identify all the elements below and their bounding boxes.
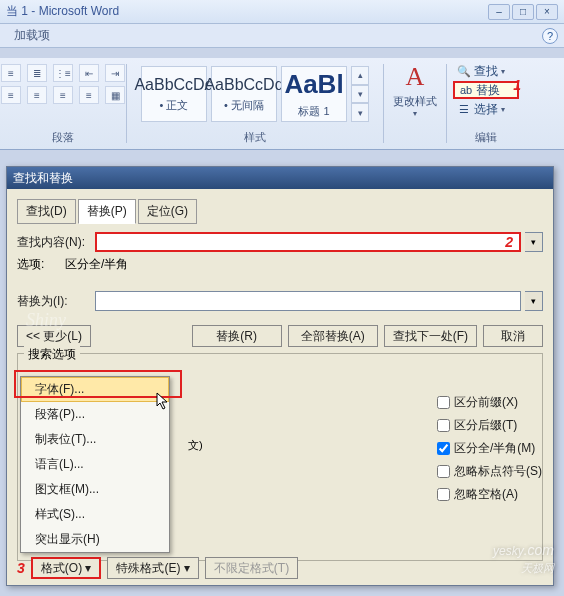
- group-change-style: A 更改样式 ▾: [384, 58, 446, 149]
- format-button[interactable]: 格式(O) ▾: [31, 557, 102, 579]
- align-right-icon[interactable]: ≡: [53, 86, 73, 104]
- group-paragraph: ≡ ≣ ⋮≡ ⇤ ⇥ ≡ ≡ ≡ ≡ ▦ 段落: [0, 58, 126, 149]
- check-fullhalf[interactable]: 区分全/半角(M): [437, 440, 542, 457]
- chevron-down-icon: ▾: [501, 105, 505, 114]
- dialog-title: 查找和替换: [7, 167, 553, 189]
- check-punct[interactable]: 忽略标点符号(S): [437, 463, 542, 480]
- tab-goto[interactable]: 定位(G): [138, 199, 197, 224]
- group-styles-label: 样式: [133, 130, 377, 147]
- find-input[interactable]: 2: [95, 232, 521, 252]
- style-nospacing[interactable]: AaBbCcDd • 无间隔: [211, 66, 277, 122]
- replace-button[interactable]: ab 替换: [453, 81, 519, 99]
- replace-dropdown[interactable]: ▾: [525, 291, 543, 311]
- replace-all-button[interactable]: 全部替换(A): [288, 325, 378, 347]
- window-titlebar: 当 1 - Microsoft Word – □ ×: [0, 0, 564, 24]
- chevron-down-icon: ▾: [501, 67, 505, 76]
- annotation-2: 2: [505, 234, 513, 250]
- menu-tabs[interactable]: 制表位(T)...: [21, 427, 169, 452]
- annotation-1: 1: [513, 77, 521, 93]
- help-icon[interactable]: ?: [542, 28, 558, 44]
- chevron-down-icon: ▾: [184, 561, 190, 575]
- change-style-icon: A: [406, 62, 425, 92]
- style-normal[interactable]: AaBbCcDd • 正文: [141, 66, 207, 122]
- shading-icon[interactable]: ▦: [105, 86, 125, 104]
- change-style-button[interactable]: A 更改样式 ▾: [391, 62, 439, 118]
- menu-highlight[interactable]: 突出显示(H): [21, 527, 169, 552]
- ribbon: ≡ ≣ ⋮≡ ⇤ ⇥ ≡ ≡ ≡ ≡ ▦ 段落 AaBbCcDd • 正文: [0, 58, 564, 150]
- find-label: 查找内容(N):: [17, 234, 91, 251]
- list-icon[interactable]: ≡: [1, 64, 21, 82]
- find-icon: 🔍: [457, 65, 471, 78]
- noformat-button[interactable]: 不限定格式(T): [205, 557, 298, 579]
- indent-inc-icon[interactable]: ⇥: [105, 64, 125, 82]
- tab-find[interactable]: 查找(D): [17, 199, 76, 224]
- options-label: 选项:: [17, 256, 65, 273]
- check-suffix[interactable]: 区分后缀(T): [437, 417, 542, 434]
- find-next-button[interactable]: 查找下一处(F): [384, 325, 477, 347]
- bottom-buttons: 3 格式(O) ▾ 特殊格式(E) ▾ 不限定格式(T): [17, 557, 298, 579]
- find-button[interactable]: 🔍 查找 ▾: [453, 62, 519, 80]
- watermark-shiny: Shiny: [26, 310, 66, 331]
- replace-one-button[interactable]: 替换(R): [192, 325, 282, 347]
- menu-language[interactable]: 语言(L)...: [21, 452, 169, 477]
- minimize-button[interactable]: –: [488, 4, 510, 20]
- group-paragraph-label: 段落: [6, 130, 120, 147]
- options-value: 区分全/半角: [65, 256, 128, 273]
- special-button[interactable]: 特殊格式(E) ▾: [107, 557, 198, 579]
- menu-font[interactable]: 字体(F)...: [21, 377, 169, 402]
- menu-paragraph[interactable]: 段落(P)...: [21, 402, 169, 427]
- indent-dec-icon[interactable]: ⇤: [79, 64, 99, 82]
- chevron-down-icon: ▾: [85, 561, 91, 575]
- check-space[interactable]: 忽略空格(A): [437, 486, 542, 503]
- style-down-icon[interactable]: ▾: [351, 85, 369, 104]
- search-checkboxes: 区分前缀(X) 区分后缀(T) 区分全/半角(M) 忽略标点符号(S) 忽略空格…: [437, 394, 542, 503]
- paragraph-icons: ≡ ≣ ⋮≡ ⇤ ⇥ ≡ ≡ ≡ ≡ ▦: [1, 62, 125, 104]
- close-button[interactable]: ×: [536, 4, 558, 20]
- replace-input[interactable]: [95, 291, 521, 311]
- multilist-icon[interactable]: ⋮≡: [53, 64, 73, 82]
- align-center-icon[interactable]: ≡: [27, 86, 47, 104]
- chevron-down-icon: ▾: [413, 109, 417, 118]
- find-row: 查找内容(N): 2 ▾: [17, 232, 543, 252]
- style-more[interactable]: ▴ ▾ ▾: [351, 66, 369, 122]
- style-expand-icon[interactable]: ▾: [351, 103, 369, 122]
- replace-label: 替换为(I):: [17, 293, 91, 310]
- replace-icon: ab: [459, 84, 473, 96]
- tab-replace[interactable]: 替换(P): [78, 199, 136, 224]
- check-prefix[interactable]: 区分前缀(X): [437, 394, 542, 411]
- style-up-icon[interactable]: ▴: [351, 66, 369, 85]
- annotation-3: 3: [17, 560, 25, 576]
- menu-style[interactable]: 样式(S)...: [21, 502, 169, 527]
- select-button[interactable]: ☰ 选择 ▾: [453, 100, 519, 118]
- cancel-button[interactable]: 取消: [483, 325, 543, 347]
- dialog-buttons: << 更少(L) 替换(R) 全部替换(A) 查找下一处(F) 取消: [17, 325, 543, 347]
- align-left-icon[interactable]: ≡: [1, 86, 21, 104]
- dialog-tabs: 查找(D) 替换(P) 定位(G): [17, 199, 543, 224]
- window-buttons: – □ ×: [488, 4, 558, 20]
- group-styles: AaBbCcDd • 正文 AaBbCcDd • 无间隔 AaBl 标题 1 ▴…: [127, 58, 383, 149]
- lang-suffix: 文): [188, 438, 203, 453]
- find-dropdown[interactable]: ▾: [525, 232, 543, 252]
- style-heading1[interactable]: AaBl 标题 1: [281, 66, 347, 122]
- format-menu: 字体(F)... 段落(P)... 制表位(T)... 语言(L)... 图文框…: [20, 376, 170, 553]
- group-edit-label: 编辑: [453, 130, 519, 147]
- align-justify-icon[interactable]: ≡: [79, 86, 99, 104]
- group-edit: 🔍 查找 ▾ ab 替换 ☰ 选择 ▾ 编辑 1: [447, 58, 525, 149]
- numlist-icon[interactable]: ≣: [27, 64, 47, 82]
- search-options-legend: 搜索选项: [24, 346, 80, 363]
- style-gallery: AaBbCcDd • 正文 AaBbCcDd • 无间隔 AaBl 标题 1 ▴…: [137, 62, 373, 126]
- select-icon: ☰: [457, 103, 471, 116]
- window-title: 当 1 - Microsoft Word: [6, 3, 488, 20]
- maximize-button[interactable]: □: [512, 4, 534, 20]
- ribbon-tabs: 加载项: [0, 24, 564, 48]
- menu-frame[interactable]: 图文框(M)...: [21, 477, 169, 502]
- tab-addins[interactable]: 加载项: [4, 25, 60, 46]
- replace-row: 替换为(I): ▾: [17, 291, 543, 311]
